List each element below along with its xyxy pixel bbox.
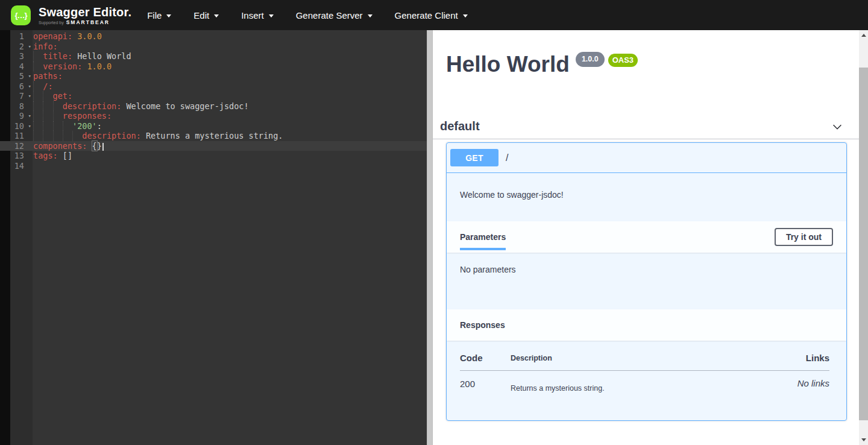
editor-line[interactable]: 3title: Hello World <box>0 51 427 62</box>
responses-table-wrap: Code Description Links 200 Returns a mys… <box>447 341 846 420</box>
column-header-links: Links <box>748 343 829 371</box>
operation-description: Welcome to swagger-jsdoc! <box>447 173 846 221</box>
swagger-ui-preview: Hello World 1.0.0 OAS3 default GET / Wel… <box>433 30 859 445</box>
code-line-text: info: <box>33 42 58 52</box>
editor-line[interactable]: 12components: {} <box>0 141 427 151</box>
caret-down-icon <box>166 14 171 17</box>
code-line-text: tags: [] <box>33 151 72 161</box>
menu-edit[interactable]: Edit <box>193 10 219 21</box>
menu-label: Generate Client <box>395 10 458 21</box>
code-line-text: get: <box>33 91 72 101</box>
no-parameters-message: No parameters <box>447 253 846 309</box>
editor-lines: 1openapi: 3.0.02▾info:3title: Hello Worl… <box>0 31 427 171</box>
editor-line[interactable]: 6▾/: <box>0 81 427 92</box>
scroll-up-button[interactable] <box>859 30 868 40</box>
line-number: 6▾ <box>0 81 33 92</box>
parameters-tab: Parameters <box>460 224 506 250</box>
version-badge: 1.0.0 <box>576 52 605 67</box>
menu-label: Insert <box>241 10 264 21</box>
response-code: 200 <box>460 371 511 393</box>
code-line-text: paths: <box>33 71 63 81</box>
column-header-description: Description <box>511 343 748 371</box>
menu-insert[interactable]: Insert <box>241 10 274 21</box>
code-line-text: description: Returns a mysterious string… <box>33 131 283 141</box>
responses-header: Responses <box>447 309 846 341</box>
editor-line[interactable]: 13tags: [] <box>0 151 427 161</box>
scroll-up-icon <box>861 34 866 37</box>
menu-generate-server[interactable]: Generate Server <box>296 10 373 21</box>
code-line-text: description: Welcome to swagger-jsdoc! <box>33 101 249 112</box>
editor-line[interactable]: 11description: Returns a mysterious stri… <box>0 131 427 141</box>
fold-arrow-icon[interactable]: ▾ <box>28 42 31 52</box>
line-number: 3 <box>0 51 33 62</box>
code-editor[interactable]: 1openapi: 3.0.02▾info:3title: Hello Worl… <box>0 30 427 445</box>
responses-table: Code Description Links 200 Returns a mys… <box>460 343 829 393</box>
editor-line[interactable]: 10▾'200': <box>0 121 427 131</box>
caret-down-icon <box>368 14 373 17</box>
scrollbar-thumb[interactable] <box>859 68 868 420</box>
line-number: 7▾ <box>0 91 33 101</box>
line-number: 4 <box>0 62 33 72</box>
column-header-code: Code <box>460 343 511 371</box>
response-description: Returns a mysterious string. <box>511 371 748 393</box>
code-line-text: responses: <box>33 111 112 121</box>
text-cursor <box>102 143 104 151</box>
editor-line[interactable]: 8description: Welcome to swagger-jsdoc! <box>0 101 427 112</box>
opblock-get: GET / Welcome to swagger-jsdoc! Paramete… <box>446 142 847 421</box>
responses-label: Responses <box>460 320 505 330</box>
editor-line[interactable]: 7▾get: <box>0 91 427 101</box>
editor-line[interactable]: 14 <box>0 161 427 171</box>
caret-down-icon <box>269 14 274 17</box>
menu-generate-client[interactable]: Generate Client <box>395 10 468 21</box>
line-number: 11 <box>0 131 33 141</box>
caret-down-icon <box>463 14 468 17</box>
editor-line[interactable]: 9▾responses: <box>0 111 427 121</box>
code-line-text: version: 1.0.0 <box>33 62 112 72</box>
api-badges: 1.0.0 OAS3 <box>576 51 638 78</box>
editor-line[interactable]: 4version: 1.0.0 <box>0 62 427 72</box>
fold-arrow-icon[interactable]: ▾ <box>28 121 31 131</box>
code-line-text <box>33 161 33 171</box>
response-links: No links <box>748 371 829 393</box>
topbar: {…} Swagger Editor. Supported by SMARTBE… <box>0 0 868 30</box>
menu-label: File <box>147 10 162 21</box>
swagger-editor-logo: {…} Swagger Editor. Supported by SMARTBE… <box>11 5 131 25</box>
method-badge-get: GET <box>450 149 498 166</box>
chevron-down-icon[interactable] <box>831 120 844 133</box>
api-title-row: Hello World 1.0.0 OAS3 <box>446 51 847 78</box>
api-info: Hello World 1.0.0 OAS3 <box>446 51 847 78</box>
editor-line[interactable]: 1openapi: 3.0.0 <box>0 31 427 42</box>
editor-line[interactable]: 2▾info: <box>0 42 427 52</box>
pane-splitter[interactable] <box>427 30 433 445</box>
swagger-logo-icon: {…} <box>11 5 31 25</box>
preview-scrollbar[interactable] <box>859 30 868 445</box>
menu-label: Generate Server <box>296 10 363 21</box>
oas3-badge: OAS3 <box>608 54 638 67</box>
tag-label: default <box>440 119 480 133</box>
fold-arrow-icon[interactable]: ▾ <box>28 91 31 101</box>
editor-line[interactable]: 5▾paths: <box>0 71 427 81</box>
menu-file[interactable]: File <box>147 10 171 21</box>
api-title: Hello World <box>446 51 570 78</box>
supported-by-label: Supported by <box>39 21 64 25</box>
line-number: 13 <box>0 151 33 161</box>
operation-path: / <box>506 153 508 163</box>
line-number: 10▾ <box>0 121 33 131</box>
line-number: 1 <box>0 31 33 42</box>
line-number: 8 <box>0 101 33 112</box>
brand-block: Swagger Editor. Supported by SMARTBEAR <box>39 5 131 25</box>
line-number: 9▾ <box>0 111 33 121</box>
fold-arrow-icon[interactable]: ▾ <box>28 111 31 121</box>
try-it-out-button[interactable]: Try it out <box>775 228 833 246</box>
opblock-summary[interactable]: GET / <box>447 143 846 173</box>
line-number: 5▾ <box>0 71 33 81</box>
caret-down-icon <box>214 14 219 17</box>
code-line-text: openapi: 3.0.0 <box>33 31 102 42</box>
topbar-menus: FileEditInsertGenerate ServerGenerate Cl… <box>147 10 490 21</box>
fold-arrow-icon[interactable]: ▾ <box>28 81 31 92</box>
fold-arrow-icon[interactable]: ▾ <box>28 71 31 81</box>
tag-section-default[interactable]: default <box>433 114 859 139</box>
code-line-text: components: {} <box>33 141 104 151</box>
code-line-text: /: <box>33 81 53 92</box>
scroll-down-button[interactable] <box>859 435 868 445</box>
